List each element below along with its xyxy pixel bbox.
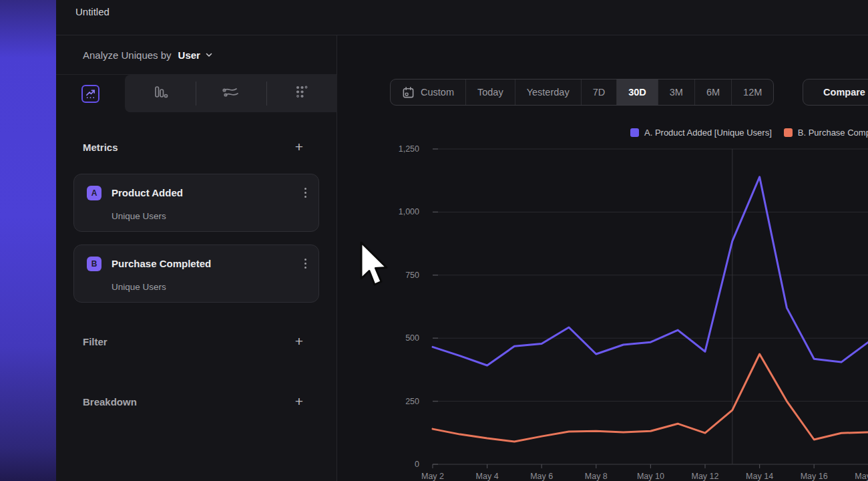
metric-subtitle: Unique Users — [112, 211, 166, 221]
mouse-cursor — [359, 241, 388, 288]
add-metric-button[interactable]: + — [295, 140, 303, 154]
y-tick-label: 250 — [405, 397, 419, 406]
x-tick-label: May 16 — [801, 472, 828, 481]
tab-line-chart[interactable] — [56, 75, 125, 112]
metric-badge-b: B — [87, 257, 101, 271]
metric-badge-a: A — [87, 186, 101, 200]
y-tick-label: 1,250 — [399, 144, 419, 154]
page-title: Untitled — [75, 6, 110, 17]
tab-bar-chart[interactable] — [125, 75, 196, 112]
line-chart-icon — [81, 85, 99, 103]
tab-flows[interactable] — [196, 75, 266, 112]
y-tick-label: 0 — [415, 460, 419, 469]
metric-card-b[interactable]: B Purchase Completed Unique Users — [73, 245, 319, 303]
metric-title: Purchase Completed — [112, 258, 302, 269]
kebab-menu-icon[interactable] — [302, 256, 309, 271]
chart-panel: CustomTodayYesterday7D30D3M6M12M Compare… — [337, 35, 868, 481]
analyze-row: Analyze Uniques by User — [56, 35, 337, 75]
bar-chart-icon — [152, 84, 169, 104]
x-tick-label: May 10 — [637, 472, 664, 481]
analyze-value-dropdown[interactable]: User — [178, 49, 200, 61]
breakdown-header: Breakdown — [83, 396, 137, 408]
series-line-a — [433, 177, 868, 365]
tab-grid[interactable] — [266, 75, 337, 112]
left-gradient-strip — [0, 0, 56, 481]
x-tick-label: May 6 — [530, 472, 553, 481]
x-tick-label: May 12 — [692, 472, 719, 481]
grid-dots-icon — [293, 84, 310, 104]
x-tick-label: May 2 — [421, 472, 444, 481]
metric-subtitle: Unique Users — [112, 282, 166, 292]
sidebar: Analyze Uniques by User — [56, 35, 337, 481]
view-tabs — [56, 75, 337, 112]
y-tick-label: 750 — [405, 271, 419, 280]
chevron-down-icon[interactable] — [205, 51, 213, 59]
x-tick-label: May 8 — [585, 472, 608, 481]
metric-title: Product Added — [112, 187, 302, 198]
app-window: Untitled Analyze Uniques by User — [0, 0, 868, 481]
flows-icon — [222, 85, 240, 102]
line-chart: 02505007501,0001,250May 2May 4May 6May 8… — [337, 35, 868, 481]
top-bar: Untitled — [56, 0, 868, 35]
add-filter-button[interactable]: + — [295, 335, 303, 348]
metric-card-a[interactable]: A Product Added Unique Users — [73, 174, 319, 232]
filter-header: Filter — [83, 336, 107, 347]
add-breakdown-button[interactable]: + — [295, 395, 303, 408]
metrics-header-row: Metrics + — [83, 140, 303, 154]
y-tick-label: 500 — [405, 333, 419, 343]
series-line-b — [433, 354, 868, 442]
x-tick-label: May 14 — [746, 472, 773, 481]
x-tick-label: May 4 — [476, 472, 499, 481]
filter-header-row: Filter + — [83, 335, 303, 348]
x-tick-label: May 18 — [855, 472, 868, 481]
kebab-menu-icon[interactable] — [302, 185, 309, 200]
y-tick-label: 1,000 — [399, 207, 419, 216]
chart-svg: 02505007501,0001,250May 2May 4May 6May 8… — [337, 35, 868, 481]
metrics-header: Metrics — [83, 142, 118, 153]
analyze-label: Analyze Uniques by — [83, 49, 172, 61]
breakdown-header-row: Breakdown + — [83, 395, 303, 408]
